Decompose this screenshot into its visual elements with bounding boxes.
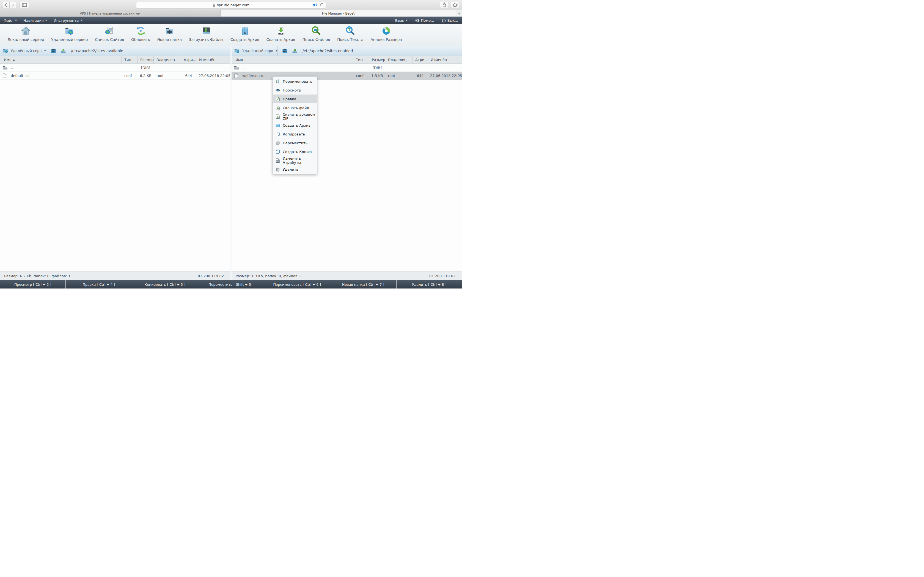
column-header-name[interactable]: Имя — [231, 56, 353, 63]
back-button[interactable] — [2, 2, 9, 8]
chevron-down-icon: ▼ — [406, 19, 407, 22]
context-menu-item-rename[interactable]: Переименовать — [273, 77, 317, 86]
move-icon — [276, 141, 280, 145]
svg-text:T: T — [348, 28, 351, 32]
context-menu-item-download-zip[interactable]: Скачать архивом ZIP — [273, 112, 317, 121]
column-header-attrs[interactable]: Атри... — [412, 56, 428, 63]
context-menu-item-attributes[interactable]: 755 Изменить Атрибуты — [273, 156, 317, 165]
address-bar[interactable]: sprutio.beget.com — [136, 2, 326, 8]
right-up-dir-button[interactable] — [292, 48, 297, 53]
context-menu-item-move[interactable]: Переместить — [273, 139, 317, 147]
toolbar-search-files[interactable]: Поиск Файлов — [299, 26, 334, 46]
menu-exit[interactable]: Вых... — [438, 17, 462, 24]
column-header-owner[interactable]: Владелец — [154, 56, 181, 63]
url-text: sprutio.beget.com — [217, 3, 250, 7]
left-server-select[interactable]: Удалённый серв... ▼ — [0, 46, 46, 56]
fn-edit-button[interactable]: Правка [ Ctrl + 4 ] — [66, 280, 131, 288]
sidebar-toggle-button[interactable] — [19, 2, 29, 8]
context-menu-item-view[interactable]: Просмотр — [273, 86, 317, 95]
column-header-type[interactable]: Тип — [353, 56, 369, 63]
menu-navigation[interactable]: Навигация▼ — [20, 17, 50, 24]
chevron-down-icon: ▼ — [276, 50, 278, 52]
share-button[interactable] — [440, 2, 449, 8]
left-status: Размер: 6.2 Kb, папок: 0, файлов: 1 81.2… — [0, 271, 231, 280]
context-menu-item-delete[interactable]: Удалить — [273, 165, 317, 174]
toolbar-download-archive[interactable]: ZIP Скачать Архив — [263, 26, 299, 46]
menu-language[interactable]: Язык▼ — [391, 17, 411, 24]
table-row-up-dir[interactable]: .. [DIR] — [231, 64, 462, 72]
chevron-down-icon: ▼ — [15, 19, 17, 22]
right-disk-button[interactable] — [282, 48, 288, 53]
context-menu-item-copy[interactable]: Копировать — [273, 130, 317, 139]
left-disk-button[interactable] — [51, 48, 56, 53]
fn-move-button[interactable]: Переместить [ Shift + 5 ] — [198, 280, 264, 288]
edit-icon — [276, 97, 280, 102]
toolbar-upload-files[interactable]: Загрузить Файлы — [185, 26, 227, 46]
column-header-type[interactable]: Тип — [121, 56, 137, 63]
toolbar-create-archive[interactable]: Создать Архив — [227, 26, 263, 46]
rename-icon — [276, 79, 280, 84]
menu-tools[interactable]: Инструменты▼ — [50, 17, 86, 24]
toolbar-local-server[interactable]: Локальный сервер — [4, 26, 48, 46]
table-row-wolfersen-selected[interactable]: wolfersen.ru conf 1.3 KB root 644 27.06.… — [231, 72, 462, 80]
left-up-dir-button[interactable] — [60, 48, 66, 53]
menu-help[interactable]: Помо... — [411, 17, 438, 24]
right-path[interactable]: /etc/apache2/sites-enabled — [302, 48, 353, 53]
tab-file-manager[interactable]: File Manager - Beget — [221, 10, 456, 16]
context-menu-item-download-file[interactable]: Скачать файл — [273, 103, 317, 112]
delete-icon — [276, 167, 280, 172]
menu-file[interactable]: Файл▼ — [0, 17, 20, 24]
toolbar-refresh[interactable]: Обновить — [128, 26, 154, 46]
sort-asc-icon: ▲ — [13, 58, 15, 61]
column-header-size[interactable]: Размер — [369, 56, 385, 63]
audio-mute-icon[interactable] — [313, 3, 318, 7]
reload-icon[interactable] — [320, 3, 324, 7]
search-files-icon — [311, 26, 321, 36]
toolbar-new-folder[interactable]: Новая папка — [154, 26, 185, 46]
right-server-select[interactable]: Удалённый серв... ▼ — [231, 46, 278, 56]
table-row-default-ssl[interactable]: default-ssl conf 6.2 KB root 644 27.06.2… — [0, 72, 231, 80]
fn-view-button[interactable]: Просмотр [ Ctrl + 3 ] — [0, 280, 65, 288]
column-header-owner[interactable]: Владелец — [385, 56, 412, 63]
fn-delete-button[interactable]: Удалить [ Ctrl + 8 ] — [397, 280, 462, 288]
duplicate-icon — [276, 150, 280, 154]
tab-vps[interactable]: VPS | Панель управления хостингом — [0, 10, 221, 16]
right-panel: Удалённый серв... ▼ /etc/apache2/sites-e… — [231, 46, 462, 271]
tab-overview-button[interactable] — [451, 2, 460, 8]
left-status-ip: 81.200.119.62 — [198, 274, 224, 278]
right-file-list: .. [DIR] wolfersen.ru conf 1.3 KB root 6… — [231, 64, 462, 271]
search-text-icon: T — [345, 26, 355, 36]
column-header-name[interactable]: Имя▲ — [0, 56, 121, 63]
column-header-modified[interactable]: Изменён — [196, 56, 231, 63]
toolbar-remote-server[interactable]: Удалённый сервер — [48, 26, 91, 46]
fn-copy-button[interactable]: Копировать [ Ctrl + 5 ] — [132, 280, 198, 288]
context-menu-item-create-archive[interactable]: Создать Архив — [273, 121, 317, 130]
toolbar-search-text[interactable]: T Поиск Текста — [334, 26, 367, 46]
context-menu-item-duplicate[interactable]: Создать Копию — [273, 147, 317, 156]
column-header-size[interactable]: Размер — [137, 56, 154, 63]
remote-server-icon — [65, 26, 74, 36]
svg-text:ZIP: ZIP — [279, 33, 282, 34]
toolbar-size-analysis[interactable]: Анализ Размера — [367, 26, 405, 46]
toolbar-sites-list[interactable]: Список Сайтов — [91, 26, 128, 46]
fn-rename-button[interactable]: Переименовать [ Ctrl + 6 ] — [264, 280, 330, 288]
new-folder-icon — [165, 26, 174, 36]
left-status-summary: Размер: 6.2 Kb, папок: 0, файлов: 1 — [4, 274, 70, 278]
left-path[interactable]: /etc/apache2/sites-available — [71, 48, 123, 53]
forward-button[interactable] — [9, 2, 16, 8]
left-panel-toolbar: Удалённый серв... ▼ /etc/apache2/sites-a… — [0, 46, 231, 56]
context-menu-item-edit[interactable]: Правка — [273, 95, 317, 103]
column-header-modified[interactable]: Изменён — [428, 56, 462, 63]
power-icon — [442, 18, 446, 23]
fn-new-folder-button[interactable]: Новая папка [ Ctrl + 7 ] — [330, 280, 396, 288]
tab-title: VPS | Панель управления хостингом — [80, 11, 140, 15]
table-row-up-dir[interactable]: .. [DIR] — [0, 64, 231, 72]
download-zip-icon — [276, 114, 280, 119]
remote-folder-icon — [3, 48, 8, 53]
app-menu-bar: Файл▼ Навигация▼ Инструменты▼ Язык▼ Помо… — [0, 17, 462, 24]
main-toolbar: Локальный сервер Удалённый сервер Список… — [0, 24, 462, 46]
column-header-attrs[interactable]: Атри... — [181, 56, 196, 63]
right-status-summary: Размер: 1.3 Kb, папок: 0, файлов: 1 — [236, 274, 302, 278]
lifebuoy-icon — [415, 18, 419, 23]
new-tab-button[interactable]: + — [456, 10, 462, 16]
